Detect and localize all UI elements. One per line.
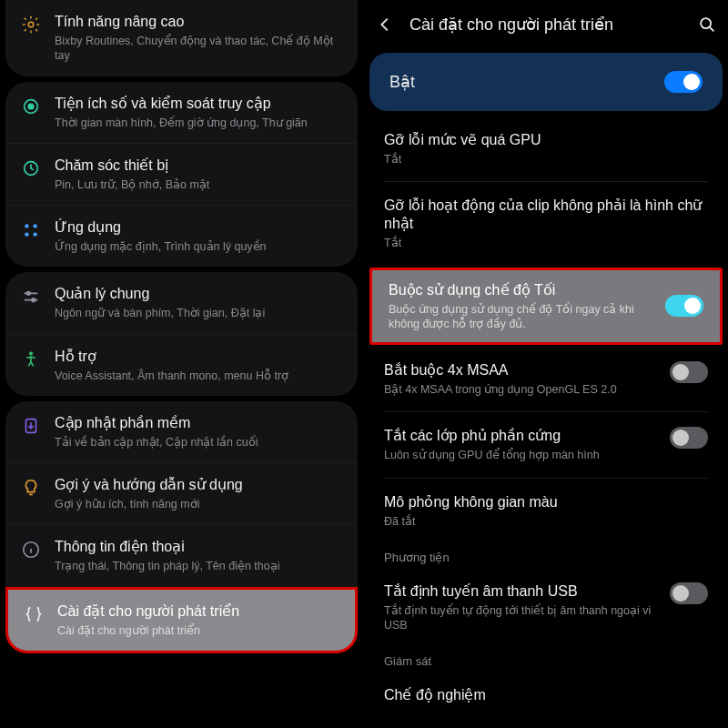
row-simulate-color-space[interactable]: Mô phỏng không gian màu Đã tắt xyxy=(364,480,728,541)
master-toggle-banner[interactable]: Bật xyxy=(369,53,723,111)
msaa-toggle[interactable] xyxy=(670,361,708,383)
row-sub: Buộc ứng dụng sử dụng chế độ Tối ngay cả… xyxy=(389,302,654,332)
row-digital-wellbeing[interactable]: Tiện ích số và kiểm soát truy cập Thời g… xyxy=(5,82,358,143)
row-nonrect-clip[interactable]: Gỡ lỗi hoạt động của clip không phải là … xyxy=(364,184,728,263)
divider xyxy=(384,478,708,479)
row-usb-audio-routing[interactable]: Tắt định tuyến âm thanh USB Tắt định tuy… xyxy=(364,570,728,646)
row-sub: Ngôn ngữ và bàn phím, Thời gian, Đặt lại xyxy=(55,306,343,320)
settings-main-pane: Tính năng nâng cao Bixby Routines, Chuyể… xyxy=(0,0,364,728)
banner-label: Bật xyxy=(389,72,415,92)
header: Cài đặt cho người phát triển xyxy=(364,0,728,46)
row-sub: Luôn sử dụng GPU để tổng hợp màn hình xyxy=(384,448,659,462)
svg-point-2 xyxy=(28,104,34,109)
row-title: Cài đặt cho người phát triển xyxy=(57,602,340,621)
force-dark-toggle[interactable] xyxy=(665,295,703,317)
info-icon xyxy=(20,538,42,560)
row-disable-hw-overlays[interactable]: Tắt các lớp phủ phần cứng Luôn sử dụng G… xyxy=(364,414,728,475)
row-title: Cập nhật phần mềm xyxy=(55,414,343,432)
settings-group-4: Cập nhật phần mềm Tải về bản cập nhật, C… xyxy=(5,401,358,587)
row-title: Gỡ lỗi hoạt động của clip không phải là … xyxy=(384,197,708,233)
row-sub: Pin, Lưu trữ, Bộ nhớ, Bảo mật xyxy=(55,177,343,192)
row-sub: Bật 4x MSAA trong ứng dụng OpenGL ES 2.0 xyxy=(384,382,659,397)
row-sub: Tắt xyxy=(384,152,708,167)
row-tips[interactable]: Gợi ý và hướng dẫn sử dụng Gợi ý hữu ích… xyxy=(5,462,358,524)
row-title: Bắt buộc 4x MSAA xyxy=(384,361,659,379)
row-title: Hỗ trợ xyxy=(55,348,343,366)
row-device-care[interactable]: Chăm sóc thiết bị Pin, Lưu trữ, Bộ nhớ, … xyxy=(5,143,358,205)
row-title: Thông tin điện thoại xyxy=(55,538,343,556)
row-sub: Tắt xyxy=(384,236,708,250)
settings-group-1: Tính năng nâng cao Bixby Routines, Chuyể… xyxy=(5,0,358,76)
sliders-icon xyxy=(20,285,42,307)
hw-overlay-toggle[interactable] xyxy=(670,427,708,449)
svg-point-6 xyxy=(25,232,28,236)
row-advanced-features[interactable]: Tính năng nâng cao Bixby Routines, Chuyể… xyxy=(5,0,358,76)
svg-point-7 xyxy=(33,232,36,236)
row-sub: Voice Assistant, Âm thanh mono, menu Hỗ … xyxy=(55,369,343,383)
grid-dots-icon xyxy=(20,218,42,240)
target-icon xyxy=(20,95,42,116)
row-force-dark-highlighted[interactable]: Buộc sử dụng chế độ Tối Buộc ứng dụng sử… xyxy=(369,268,723,346)
row-title: Chế độ nghiệm xyxy=(384,686,708,704)
settings-group-3: Quản lý chung Ngôn ngữ và bàn phím, Thời… xyxy=(5,272,358,396)
braces-icon xyxy=(23,602,45,638)
svg-point-5 xyxy=(33,224,36,228)
lightbulb-icon xyxy=(20,476,42,498)
row-sub: Trạng thái, Thông tin pháp lý, Tên điện … xyxy=(55,559,343,573)
search-button[interactable] xyxy=(697,15,717,35)
row-4x-msaa[interactable]: Bắt buộc 4x MSAA Bật 4x MSAA trong ứng d… xyxy=(364,349,728,410)
svg-point-9 xyxy=(32,298,35,302)
row-sub: Đã tắt xyxy=(384,514,708,529)
row-sub: Tắt định tuyến tự động tới thiết bị âm t… xyxy=(384,603,659,633)
section-monitoring: Giám sát xyxy=(364,645,728,673)
row-about-phone[interactable]: Thông tin điện thoại Trạng thái, Thông t… xyxy=(5,524,358,586)
divider xyxy=(384,181,708,182)
row-gpu-overdraw[interactable]: Gỡ lỗi mức vẽ quá GPU Tắt xyxy=(364,118,728,179)
svg-point-13 xyxy=(701,18,711,28)
row-general-management[interactable]: Quản lý chung Ngôn ngữ và bàn phím, Thời… xyxy=(5,272,358,333)
row-title: Tính năng nâng cao xyxy=(55,13,343,31)
svg-point-0 xyxy=(28,22,34,27)
developer-options-pane: Cài đặt cho người phát triển Bật Gỡ lỗi … xyxy=(364,0,728,728)
row-title: Tiện ích số và kiểm soát truy cập xyxy=(55,95,343,113)
row-title: Tắt các lớp phủ phần cứng xyxy=(384,427,659,445)
svg-point-8 xyxy=(26,292,30,296)
row-title: Gợi ý và hướng dẫn sử dụng xyxy=(55,476,343,494)
row-title: Buộc sử dụng chế độ Tối xyxy=(389,281,654,299)
section-media: Phương tiện xyxy=(364,541,728,570)
back-button[interactable] xyxy=(375,15,395,35)
divider xyxy=(384,411,708,412)
row-sub: Gợi ý hữu ích, tính năng mới xyxy=(55,497,343,511)
svg-point-4 xyxy=(25,224,28,228)
row-title: Mô phỏng không gian màu xyxy=(384,493,708,511)
shield-ring-icon xyxy=(20,157,42,178)
row-sub: Ứng dụng mặc định, Trình quản lý quyền xyxy=(55,239,343,254)
row-developer-options-highlighted[interactable]: Cài đặt cho người phát triển Cài đặt cho… xyxy=(5,587,358,653)
row-title: Tắt định tuyến âm thanh USB xyxy=(384,582,659,601)
row-sub: Bixby Routines, Chuyển động và thao tác,… xyxy=(55,34,343,64)
svg-point-10 xyxy=(29,351,33,355)
row-title: Ứng dụng xyxy=(55,218,343,237)
row-software-update[interactable]: Cập nhật phần mềm Tải về bản cập nhật, C… xyxy=(5,401,358,462)
accessibility-icon xyxy=(20,348,42,369)
gear-icon xyxy=(20,13,42,35)
settings-group-2: Tiện ích số và kiểm soát truy cập Thời g… xyxy=(5,82,358,268)
usb-audio-toggle[interactable] xyxy=(670,582,708,604)
row-strict-mode[interactable]: Chế độ nghiệm xyxy=(364,673,728,711)
download-icon xyxy=(20,414,42,436)
row-title: Gỡ lỗi mức vẽ quá GPU xyxy=(384,131,708,149)
header-title: Cài đặt cho người phát triển xyxy=(410,15,682,35)
row-apps[interactable]: Ứng dụng Ứng dụng mặc định, Trình quản l… xyxy=(5,205,358,267)
row-sub: Thời gian màn hình, Đếm giờ ứng dụng, Th… xyxy=(55,116,343,130)
row-title: Chăm sóc thiết bị xyxy=(55,157,343,175)
master-toggle[interactable] xyxy=(664,71,703,93)
row-sub: Cài đặt cho người phát triển xyxy=(57,623,340,638)
row-accessibility[interactable]: Hỗ trợ Voice Assistant, Âm thanh mono, m… xyxy=(5,334,358,396)
row-title: Quản lý chung xyxy=(55,285,343,303)
row-sub: Tải về bản cập nhật, Cập nhật lần cuối xyxy=(55,435,343,450)
